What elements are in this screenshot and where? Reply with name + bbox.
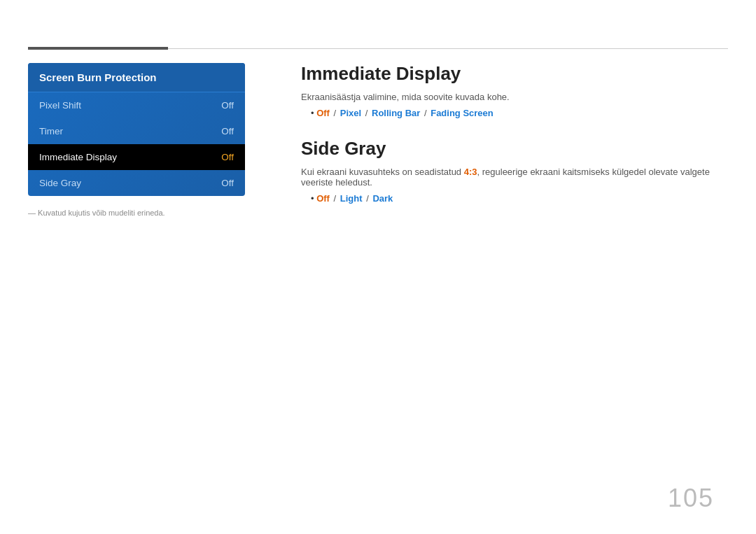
pixel-shift-value: Off [221,100,234,111]
left-panel: Screen Burn Protection Pixel Shift Off T… [28,63,245,217]
side-gray-value: Off [221,178,234,188]
immediate-display-value: Off [221,152,234,162]
menu-title: Screen Burn Protection [28,63,245,92]
sep5: / [364,193,372,204]
timer-value: Off [221,126,234,136]
immediate-display-label: Immediate Display [39,152,117,162]
timer-label: Timer [39,126,63,136]
sep2: / [363,108,370,118]
section2-description: Kui ekraani kuvasuhteks on seadistatud 4… [301,167,714,188]
menu-item-pixel-shift[interactable]: Pixel Shift Off [28,92,245,118]
section1-title: Immediate Display [301,63,714,85]
section1-options: Off / Pixel / Rolling Bar / Fading Scree… [311,108,714,118]
menu-item-timer[interactable]: Timer Off [28,118,245,144]
option-fading-screen: Fading Screen [430,108,493,118]
pixel-shift-label: Pixel Shift [39,100,81,111]
section2-desc-plain: Kui ekraani kuvasuhteks on seadistatud [301,167,464,177]
side-gray-label: Side Gray [39,178,81,188]
top-divider [28,48,728,49]
menu-box: Screen Burn Protection Pixel Shift Off T… [28,63,245,196]
option-dark: Dark [372,193,393,204]
menu-item-side-gray[interactable]: Side Gray Off [28,170,245,196]
page-number: 105 [668,484,714,513]
sep1: / [331,108,339,118]
option-rolling-bar: Rolling Bar [372,108,420,118]
section2-desc-bold: 4:3 [464,167,477,177]
right-panel: Immediate Display Ekraanisäästja valimin… [301,63,714,204]
section2-options: Off / Light / Dark [311,193,714,204]
option-light: Light [340,193,363,204]
sep3: / [421,108,429,118]
option-off-1: Off [316,108,330,118]
footnote: Kuvatud kujutis võib mudeliti erineda. [28,209,245,217]
option-off-2: Off [316,193,330,204]
option-pixel: Pixel [340,108,361,118]
section2-title: Side Gray [301,138,714,160]
menu-item-immediate-display[interactable]: Immediate Display Off [28,144,245,170]
sep4: / [331,193,339,204]
section1-description: Ekraanisäästja valimine, mida soovite ku… [301,92,714,102]
